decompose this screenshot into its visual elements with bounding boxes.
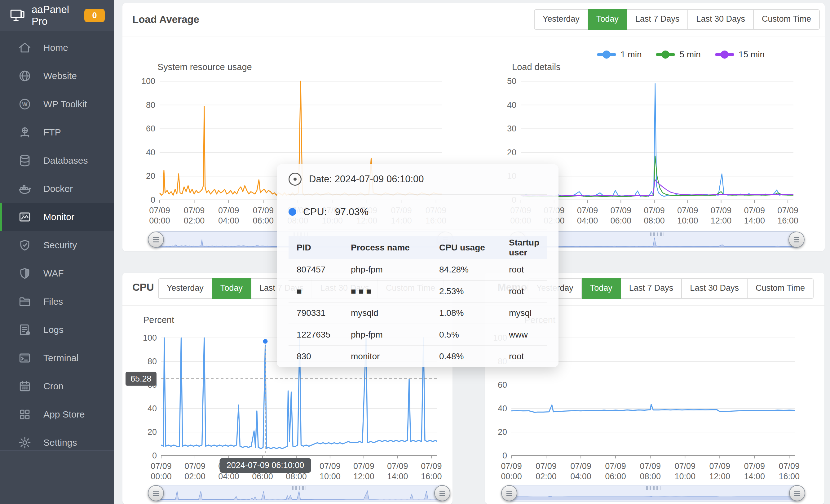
sidebar-item-terminal[interactable]: Terminal [0,344,114,372]
notification-badge[interactable]: 0 [84,9,105,22]
sidebar-item-label: Monitor [43,212,74,222]
tooltip-cpu-value: 97.03% [335,206,369,218]
sidebar-item-label: Terminal [43,353,78,363]
tooltip-table-cell: mysqld [343,308,431,318]
load-details-chart[interactable] [521,81,793,200]
time-filter-today-button[interactable]: Today [588,9,627,30]
time-filter-custom-time-button[interactable]: Custom Time [747,278,813,299]
sidebar-item-files[interactable]: Files [0,287,114,316]
sidebar-item-ftp[interactable]: FTP [0,118,114,146]
tooltip-date: Date: 2024-07-09 06:10:00 [309,174,424,185]
docker-icon [18,182,32,196]
load-average-title: Load Average [132,13,199,25]
tooltip-table-cell: root [501,286,547,296]
legend-label: 1 min [620,50,642,60]
tooltip-table-cell: monitor [343,351,431,361]
tooltip-table-cell: 2.53% [431,286,501,296]
tooltip-date-row: Date: 2024-07-09 06:10:00 [289,164,547,194]
sidebar-nav: HomeWebsiteWWP ToolkitFTPDatabasesDocker… [0,33,114,485]
time-filter-last-30-days-button[interactable]: Last 30 Days [682,278,747,299]
terminal-icon [18,351,32,365]
tooltip-table-cell: 830 [289,351,343,361]
clock-icon [289,172,301,186]
sidebar-item-label: Home [43,42,68,53]
sidebar-item-label: Cron [43,381,64,391]
tooltip-column-header: Process name [343,243,431,253]
sidebar-item-logs[interactable]: Logs [0,316,114,344]
time-filter-last-30-days-button[interactable]: Last 30 Days [688,9,754,30]
sidebar-item-wp-toolkit[interactable]: WWP Toolkit [0,90,114,118]
legend-marker-icon [656,53,675,56]
tooltip-table-cell: ■ [289,286,343,296]
tooltip-column-header: CPU usage [431,243,501,253]
sidebar-item-label: Docker [43,184,73,194]
sidebar-item-monitor[interactable]: Monitor [0,203,114,231]
sidebar-item-website[interactable]: Website [0,62,114,90]
wordpress-icon: W [18,97,32,111]
time-filter-today-button[interactable]: Today [212,278,251,299]
memory-time-filter: YesterdayTodayLast 7 DaysLast 30 DaysCus… [528,278,813,299]
shield-check-icon [18,239,32,252]
sidebar-item-security[interactable]: Security [0,231,114,259]
ftp-icon [18,126,32,139]
time-filter-last-7-days-button[interactable]: Last 7 Days [621,278,682,299]
sidebar-item-home[interactable]: Home [0,33,114,62]
tooltip-table-cell: ■ ■ ■ [343,286,431,296]
tooltip-table-row: 830monitor0.48%root [289,346,547,367]
time-filter-today-button[interactable]: Today [582,278,621,299]
sidebar-item-cron[interactable]: Cron [0,372,114,400]
tooltip-table-cell: php-fpm [343,265,431,275]
sidebar-item-docker[interactable]: Docker [0,175,114,203]
time-filter-custom-time-button[interactable]: Custom Time [754,9,820,30]
tooltip-table-cell: php-fpm [343,330,431,340]
tooltip-process-table: PIDProcess nameCPU usageStartup user8074… [289,236,547,367]
load-average-time-filter: YesterdayTodayLast 7 DaysLast 30 DaysCus… [534,9,820,30]
tooltip-cpu-label: CPU: [303,206,327,218]
tooltip-table-cell: root [501,351,547,361]
cpu-average-marker-label: 65.28 [126,372,157,386]
svg-text:W: W [22,101,28,107]
tooltip-table-cell: 0.5% [431,330,501,340]
time-filter-yesterday-button[interactable]: Yesterday [534,9,588,30]
sidebar-item-waf[interactable]: WAF [0,259,114,287]
tooltip-table-cell: 1227635 [289,330,343,340]
sidebar: aaPanel Pro 0 HomeWebsiteWWP ToolkitFTPD… [0,0,114,504]
legend-item-5-min[interactable]: 5 min [656,50,700,60]
tooltip-table-cell: root [501,265,547,275]
sidebar-item-app-store[interactable]: App Store [0,400,114,429]
tooltip-cpu-row: CPU: 97.03% [289,195,547,229]
legend-item-15-min[interactable]: 15 min [715,50,765,60]
time-filter-last-7-days-button[interactable]: Last 7 Days [627,9,689,30]
sidebar-footer [0,451,114,504]
cpu-series-marker-icon [289,208,296,216]
sidebar-item-databases[interactable]: Databases [0,146,114,175]
legend-item-1-min[interactable]: 1 min [597,50,642,60]
panel-divider [122,37,825,37]
sidebar-item-label: Security [43,240,77,250]
time-filter-yesterday-button[interactable]: Yesterday [158,278,212,299]
tooltip-table-cell: 84.28% [431,265,501,275]
tooltip-table-row: 807457php-fpm84.28%root [289,259,547,281]
grid-icon [18,408,32,421]
legend-marker-icon [715,53,734,56]
system-resource-subtitle: System resource usage [157,62,252,72]
cpu-title: CPU [132,281,154,293]
tooltip-table-cell: 1.08% [431,308,501,318]
database-icon [18,154,32,167]
load-details-legend: 1 min5 min15 min [583,50,765,60]
sidebar-item-label: FTP [43,127,61,138]
tooltip-table-cell: mysql [501,308,547,318]
tooltip-table-cell: 790331 [289,308,343,318]
tooltip-column-header: Startup user [501,238,547,258]
tooltip-table-cell: www [501,330,547,340]
tooltip-table-cell: 0.48% [431,351,501,361]
chart-tooltip: Date: 2024-07-09 06:10:00 CPU: 97.03% PI… [277,164,558,367]
tooltip-table-cell: 807457 [289,265,343,275]
sidebar-item-label: Website [43,71,77,81]
folder-icon [18,295,32,308]
gear-icon [18,436,32,449]
tooltip-table-header: PIDProcess nameCPU usageStartup user [289,236,547,259]
sidebar-item-label: Databases [43,155,88,166]
tooltip-column-header: PID [289,243,343,253]
log-file-icon [18,323,32,337]
